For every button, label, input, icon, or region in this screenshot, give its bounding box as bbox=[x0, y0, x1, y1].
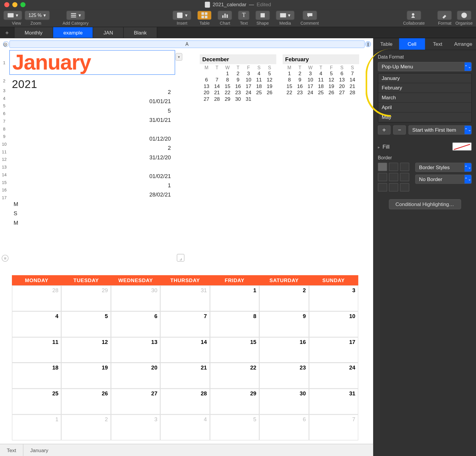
row-header[interactable]: 17 bbox=[0, 194, 9, 201]
start-with-select[interactable]: Start with First Item ⌃⌄ bbox=[408, 125, 472, 134]
calendar-day[interactable]: 21 bbox=[160, 363, 210, 389]
calendar-day[interactable]: 12 bbox=[61, 337, 111, 363]
calendar-day[interactable]: 25 bbox=[12, 389, 61, 415]
row-header[interactable]: 6 bbox=[0, 110, 9, 117]
conditional-highlighting-button[interactable]: Conditional Highlighting… bbox=[389, 199, 461, 209]
border-styles-select[interactable]: Border Styles⌃⌄ bbox=[415, 163, 472, 172]
row-header[interactable]: 4 bbox=[0, 94, 9, 102]
inspector-tab-cell[interactable]: Cell bbox=[399, 38, 425, 50]
comment-button[interactable] bbox=[303, 11, 317, 20]
calendar-day[interactable]: 14 bbox=[160, 337, 210, 363]
calendar-day[interactable]: 6 bbox=[259, 415, 309, 441]
add-category-button[interactable]: ▾ bbox=[66, 11, 85, 20]
selected-cell[interactable]: January ▾ bbox=[9, 50, 175, 75]
spreadsheet-canvas[interactable]: ◎ A ‖ 1234567891011121314151617 January … bbox=[0, 38, 373, 456]
fill-swatch[interactable] bbox=[452, 142, 472, 151]
calendar-day[interactable]: 18 bbox=[12, 363, 61, 389]
calendar-day[interactable]: 29 bbox=[61, 285, 111, 311]
row-header[interactable]: 1 bbox=[0, 50, 9, 75]
format-button[interactable] bbox=[438, 11, 452, 20]
sheet-tab-blank[interactable]: Blank bbox=[124, 27, 157, 38]
popup-option[interactable]: May bbox=[378, 113, 471, 122]
resize-handle-icon[interactable]: ⌟ bbox=[177, 254, 184, 262]
shape-button[interactable] bbox=[255, 11, 270, 20]
sheet-tab-monthly[interactable]: Monthly bbox=[15, 27, 53, 38]
calendar-day[interactable]: 23 bbox=[259, 363, 309, 389]
calendar-day[interactable]: 29 bbox=[210, 389, 259, 415]
popup-chevron-icon[interactable]: ▾ bbox=[176, 53, 182, 61]
row-header[interactable]: 11 bbox=[0, 148, 9, 155]
popup-option[interactable]: March bbox=[378, 93, 471, 103]
popup-options-list[interactable]: JanuaryFebruaryMarchAprilMay bbox=[378, 73, 472, 123]
popup-option[interactable]: January bbox=[378, 73, 471, 83]
calendar-day[interactable]: 1 bbox=[12, 415, 61, 441]
popup-option[interactable]: February bbox=[378, 83, 471, 93]
calendar-day[interactable]: 31 bbox=[160, 285, 210, 311]
row-header[interactable]: 9 bbox=[0, 133, 9, 140]
row-header[interactable]: 5 bbox=[0, 102, 9, 110]
table-button[interactable] bbox=[197, 11, 212, 20]
calendar-day[interactable]: 4 bbox=[12, 311, 61, 337]
row-header[interactable]: 13 bbox=[0, 163, 9, 171]
calendar-day[interactable]: 26 bbox=[61, 389, 111, 415]
inspector-tab-text[interactable]: Text bbox=[425, 38, 450, 50]
row-header[interactable]: 14 bbox=[0, 171, 9, 178]
row-header[interactable]: 8 bbox=[0, 125, 9, 133]
insert-button[interactable]: ▾ bbox=[173, 11, 192, 20]
calendar-day[interactable]: 31 bbox=[309, 389, 358, 415]
add-option-button[interactable]: ＋ bbox=[378, 125, 391, 134]
column-handle-right[interactable]: ‖ bbox=[365, 41, 371, 47]
data-format-select[interactable]: Pop-Up Menu ⌃⌄ bbox=[378, 62, 472, 71]
text-button[interactable]: T bbox=[238, 11, 250, 20]
calendar-day[interactable]: 5 bbox=[61, 311, 111, 337]
calendar-day[interactable]: 13 bbox=[111, 337, 160, 363]
calendar-day[interactable]: 17 bbox=[309, 337, 358, 363]
calendar-day[interactable]: 28 bbox=[12, 285, 61, 311]
calendar-day[interactable]: 30 bbox=[259, 389, 309, 415]
row-header[interactable]: 12 bbox=[0, 155, 9, 163]
calendar-day[interactable]: 30 bbox=[111, 285, 160, 311]
row-header[interactable]: 2 bbox=[0, 75, 9, 87]
calendar-day[interactable]: 3 bbox=[309, 285, 358, 311]
popup-option[interactable]: April bbox=[378, 103, 471, 113]
disclose-icon[interactable]: ▸ bbox=[378, 144, 380, 149]
add-sheet-button[interactable]: ＋ bbox=[0, 27, 15, 38]
calendar-day[interactable]: 28 bbox=[160, 389, 210, 415]
row-handle-icon[interactable]: ≡ bbox=[2, 255, 9, 262]
collaborate-button[interactable] bbox=[407, 11, 421, 20]
border-position-grid[interactable] bbox=[378, 163, 409, 191]
calendar-day[interactable]: 19 bbox=[61, 363, 111, 389]
inspector-tab-arrange[interactable]: Arrange bbox=[450, 38, 476, 50]
calendar-day[interactable]: 8 bbox=[210, 311, 259, 337]
calendar-day[interactable]: 3 bbox=[111, 415, 160, 441]
zoom-button[interactable]: 125 %▾ bbox=[25, 11, 50, 20]
calendar-day[interactable]: 7 bbox=[160, 311, 210, 337]
row-header[interactable]: 16 bbox=[0, 186, 9, 194]
media-button[interactable]: ▾ bbox=[276, 11, 295, 20]
no-border-select[interactable]: No Border⌃⌄ bbox=[415, 174, 472, 184]
calendar-day[interactable]: 24 bbox=[309, 363, 358, 389]
calendar-day[interactable]: 9 bbox=[259, 311, 309, 337]
calendar-day[interactable]: 10 bbox=[309, 311, 358, 337]
calendar-day[interactable]: 2 bbox=[259, 285, 309, 311]
calendar-day[interactable]: 4 bbox=[160, 415, 210, 441]
sheet-tab-jan[interactable]: JAN bbox=[93, 27, 123, 38]
calendar-day[interactable]: 15 bbox=[210, 337, 259, 363]
calendar-day[interactable]: 5 bbox=[210, 415, 259, 441]
inspector-tab-table[interactable]: Table bbox=[374, 38, 399, 50]
organise-button[interactable] bbox=[457, 11, 471, 20]
calendar-day[interactable]: 20 bbox=[111, 363, 160, 389]
row-header[interactable]: 7 bbox=[0, 117, 9, 125]
calendar-day[interactable]: 22 bbox=[210, 363, 259, 389]
calendar-day[interactable]: 2 bbox=[61, 415, 111, 441]
view-button[interactable]: ▾ bbox=[3, 11, 22, 20]
calendar-day[interactable]: 11 bbox=[12, 337, 61, 363]
column-handle-left[interactable]: ◎ bbox=[3, 41, 9, 47]
row-header[interactable]: 10 bbox=[0, 140, 9, 148]
row-header[interactable]: 15 bbox=[0, 178, 9, 186]
chart-button[interactable] bbox=[218, 11, 232, 20]
sheet-tab-example[interactable]: example bbox=[53, 27, 93, 38]
remove-option-button[interactable]: － bbox=[393, 125, 406, 134]
column-header-a[interactable]: ◎ A ‖ bbox=[9, 40, 364, 48]
calendar-day[interactable]: 27 bbox=[111, 389, 160, 415]
